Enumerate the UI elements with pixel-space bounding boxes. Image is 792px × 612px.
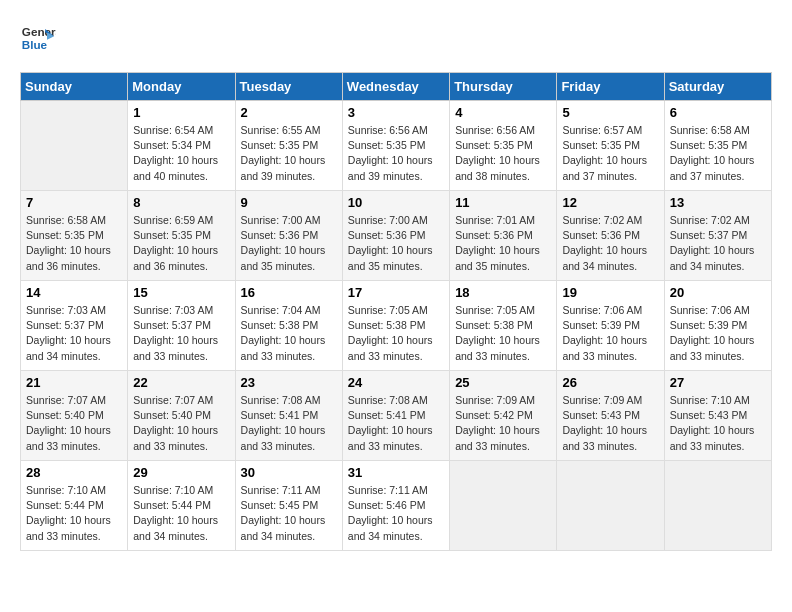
day-number: 20 [670,285,766,300]
weekday-header-tuesday: Tuesday [235,73,342,101]
day-info: Sunrise: 7:01 AMSunset: 5:36 PMDaylight:… [455,213,551,274]
day-number: 26 [562,375,658,390]
calendar-week-2: 7Sunrise: 6:58 AMSunset: 5:35 PMDaylight… [21,191,772,281]
header: General Blue [20,20,772,56]
day-number: 18 [455,285,551,300]
day-info: Sunrise: 6:56 AMSunset: 5:35 PMDaylight:… [348,123,444,184]
calendar-cell: 6Sunrise: 6:58 AMSunset: 5:35 PMDaylight… [664,101,771,191]
calendar-week-5: 28Sunrise: 7:10 AMSunset: 5:44 PMDayligh… [21,461,772,551]
day-number: 3 [348,105,444,120]
day-info: Sunrise: 7:02 AMSunset: 5:37 PMDaylight:… [670,213,766,274]
calendar-cell: 23Sunrise: 7:08 AMSunset: 5:41 PMDayligh… [235,371,342,461]
calendar-cell: 24Sunrise: 7:08 AMSunset: 5:41 PMDayligh… [342,371,449,461]
day-number: 9 [241,195,337,210]
day-number: 11 [455,195,551,210]
day-number: 14 [26,285,122,300]
day-info: Sunrise: 7:10 AMSunset: 5:44 PMDaylight:… [133,483,229,544]
logo-icon: General Blue [20,20,56,56]
day-number: 29 [133,465,229,480]
calendar-cell: 22Sunrise: 7:07 AMSunset: 5:40 PMDayligh… [128,371,235,461]
calendar-cell: 29Sunrise: 7:10 AMSunset: 5:44 PMDayligh… [128,461,235,551]
calendar-cell: 11Sunrise: 7:01 AMSunset: 5:36 PMDayligh… [450,191,557,281]
calendar-week-1: 1Sunrise: 6:54 AMSunset: 5:34 PMDaylight… [21,101,772,191]
day-info: Sunrise: 7:05 AMSunset: 5:38 PMDaylight:… [455,303,551,364]
calendar-cell [557,461,664,551]
calendar-cell: 9Sunrise: 7:00 AMSunset: 5:36 PMDaylight… [235,191,342,281]
day-number: 25 [455,375,551,390]
weekday-header-sunday: Sunday [21,73,128,101]
day-number: 23 [241,375,337,390]
day-number: 28 [26,465,122,480]
day-info: Sunrise: 7:08 AMSunset: 5:41 PMDaylight:… [241,393,337,454]
calendar-cell: 19Sunrise: 7:06 AMSunset: 5:39 PMDayligh… [557,281,664,371]
calendar-cell: 8Sunrise: 6:59 AMSunset: 5:35 PMDaylight… [128,191,235,281]
day-info: Sunrise: 7:07 AMSunset: 5:40 PMDaylight:… [133,393,229,454]
calendar-cell: 3Sunrise: 6:56 AMSunset: 5:35 PMDaylight… [342,101,449,191]
calendar-cell: 12Sunrise: 7:02 AMSunset: 5:36 PMDayligh… [557,191,664,281]
day-info: Sunrise: 7:08 AMSunset: 5:41 PMDaylight:… [348,393,444,454]
day-number: 16 [241,285,337,300]
day-info: Sunrise: 6:54 AMSunset: 5:34 PMDaylight:… [133,123,229,184]
calendar-cell: 26Sunrise: 7:09 AMSunset: 5:43 PMDayligh… [557,371,664,461]
calendar-cell: 27Sunrise: 7:10 AMSunset: 5:43 PMDayligh… [664,371,771,461]
day-number: 4 [455,105,551,120]
day-info: Sunrise: 7:05 AMSunset: 5:38 PMDaylight:… [348,303,444,364]
calendar-cell: 5Sunrise: 6:57 AMSunset: 5:35 PMDaylight… [557,101,664,191]
calendar-cell: 25Sunrise: 7:09 AMSunset: 5:42 PMDayligh… [450,371,557,461]
calendar-cell: 21Sunrise: 7:07 AMSunset: 5:40 PMDayligh… [21,371,128,461]
day-number: 27 [670,375,766,390]
day-info: Sunrise: 6:58 AMSunset: 5:35 PMDaylight:… [26,213,122,274]
weekday-header-monday: Monday [128,73,235,101]
calendar-table: SundayMondayTuesdayWednesdayThursdayFrid… [20,72,772,551]
calendar-cell: 10Sunrise: 7:00 AMSunset: 5:36 PMDayligh… [342,191,449,281]
calendar-cell: 17Sunrise: 7:05 AMSunset: 5:38 PMDayligh… [342,281,449,371]
day-number: 8 [133,195,229,210]
day-info: Sunrise: 7:04 AMSunset: 5:38 PMDaylight:… [241,303,337,364]
day-info: Sunrise: 7:03 AMSunset: 5:37 PMDaylight:… [26,303,122,364]
day-info: Sunrise: 7:11 AMSunset: 5:45 PMDaylight:… [241,483,337,544]
day-number: 22 [133,375,229,390]
weekday-header-row: SundayMondayTuesdayWednesdayThursdayFrid… [21,73,772,101]
day-number: 5 [562,105,658,120]
logo: General Blue [20,20,56,56]
day-number: 17 [348,285,444,300]
day-number: 13 [670,195,766,210]
calendar-week-3: 14Sunrise: 7:03 AMSunset: 5:37 PMDayligh… [21,281,772,371]
day-number: 2 [241,105,337,120]
calendar-cell: 14Sunrise: 7:03 AMSunset: 5:37 PMDayligh… [21,281,128,371]
day-info: Sunrise: 7:10 AMSunset: 5:43 PMDaylight:… [670,393,766,454]
calendar-cell: 4Sunrise: 6:56 AMSunset: 5:35 PMDaylight… [450,101,557,191]
calendar-cell [450,461,557,551]
calendar-cell: 1Sunrise: 6:54 AMSunset: 5:34 PMDaylight… [128,101,235,191]
calendar-cell: 13Sunrise: 7:02 AMSunset: 5:37 PMDayligh… [664,191,771,281]
day-info: Sunrise: 6:57 AMSunset: 5:35 PMDaylight:… [562,123,658,184]
day-info: Sunrise: 6:59 AMSunset: 5:35 PMDaylight:… [133,213,229,274]
day-info: Sunrise: 7:03 AMSunset: 5:37 PMDaylight:… [133,303,229,364]
calendar-cell: 18Sunrise: 7:05 AMSunset: 5:38 PMDayligh… [450,281,557,371]
weekday-header-wednesday: Wednesday [342,73,449,101]
calendar-cell: 20Sunrise: 7:06 AMSunset: 5:39 PMDayligh… [664,281,771,371]
calendar-cell: 15Sunrise: 7:03 AMSunset: 5:37 PMDayligh… [128,281,235,371]
day-info: Sunrise: 7:10 AMSunset: 5:44 PMDaylight:… [26,483,122,544]
day-number: 1 [133,105,229,120]
calendar-week-4: 21Sunrise: 7:07 AMSunset: 5:40 PMDayligh… [21,371,772,461]
day-info: Sunrise: 7:02 AMSunset: 5:36 PMDaylight:… [562,213,658,274]
calendar-cell: 16Sunrise: 7:04 AMSunset: 5:38 PMDayligh… [235,281,342,371]
day-number: 15 [133,285,229,300]
day-info: Sunrise: 7:07 AMSunset: 5:40 PMDaylight:… [26,393,122,454]
calendar-cell: 28Sunrise: 7:10 AMSunset: 5:44 PMDayligh… [21,461,128,551]
day-info: Sunrise: 7:00 AMSunset: 5:36 PMDaylight:… [241,213,337,274]
day-number: 24 [348,375,444,390]
calendar-cell [664,461,771,551]
day-number: 21 [26,375,122,390]
day-info: Sunrise: 6:58 AMSunset: 5:35 PMDaylight:… [670,123,766,184]
calendar-cell: 30Sunrise: 7:11 AMSunset: 5:45 PMDayligh… [235,461,342,551]
calendar-cell: 7Sunrise: 6:58 AMSunset: 5:35 PMDaylight… [21,191,128,281]
day-number: 7 [26,195,122,210]
day-number: 31 [348,465,444,480]
day-number: 30 [241,465,337,480]
svg-text:Blue: Blue [22,38,48,51]
weekday-header-saturday: Saturday [664,73,771,101]
day-info: Sunrise: 7:00 AMSunset: 5:36 PMDaylight:… [348,213,444,274]
calendar-cell: 2Sunrise: 6:55 AMSunset: 5:35 PMDaylight… [235,101,342,191]
